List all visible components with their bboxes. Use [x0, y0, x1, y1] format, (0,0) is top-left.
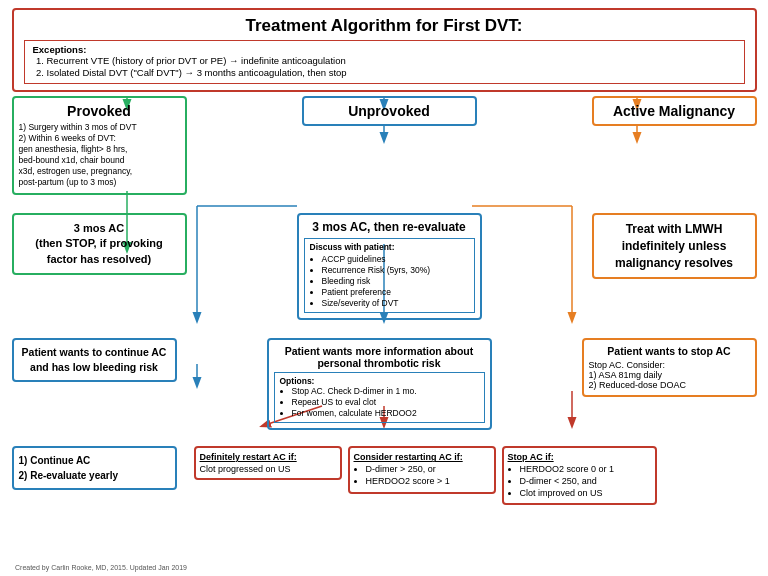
page-title: Treatment Algorithm for First DVT: [24, 16, 745, 36]
discuss-item-4: Patient preference [322, 287, 469, 298]
provoked-title: Provoked [19, 103, 180, 119]
exceptions-box: Exceptions: Recurrent VTE (history of pr… [24, 40, 745, 84]
active-malignancy-title: Active Malignancy [599, 103, 750, 119]
discuss-item-3: Bleeding risk [322, 276, 469, 287]
discuss-item-2: Recurrence Risk (5yrs, 30%) [322, 265, 469, 276]
page: Treatment Algorithm for First DVT: Excep… [0, 0, 768, 576]
option-1: Stop AC. Check D-dimer in 1 mo. [292, 386, 479, 397]
spacer-2 [12, 320, 757, 338]
more-info-box: Patient wants more information about per… [267, 338, 492, 430]
continue-ac-text: Patient wants to continue AC and has low… [22, 346, 167, 373]
discuss-item-1: ACCP guidelines [322, 254, 469, 265]
stop-ac-if-box: Stop AC if: HERDOO2 score 0 or 1 D-dimer… [502, 446, 657, 505]
unprovoked-box: Unprovoked [302, 96, 477, 126]
credit-text: Created by Carlin Rooke, MD, 2015. Updat… [15, 564, 187, 571]
row-1: Provoked 1) Surgery within 3 mos of DVT … [12, 96, 757, 195]
row-3: Patient wants to continue AC and has low… [12, 338, 757, 430]
stop-ac-title: Patient wants to stop AC [589, 345, 750, 357]
provoked-details: 1) Surgery within 3 mos of DVT 2) Within… [19, 122, 180, 188]
row-4: 1) Continue AC2) Re-evaluate yearly Defi… [12, 446, 757, 505]
stop-ac-right-box: Patient wants to stop AC Stop AC. Consid… [582, 338, 757, 397]
exceptions-label: Exceptions: [33, 44, 87, 55]
consider-restart-title: Consider restarting AC if: [354, 452, 490, 462]
consider-item-2: HERDOO2 score > 1 [366, 476, 490, 488]
reevaluate-box: 3 mos AC, then re-evaluate Discuss with … [297, 213, 482, 320]
reevaluate-title: 3 mos AC, then re-evaluate [304, 220, 475, 234]
flowchart: Provoked 1) Surgery within 3 mos of DVT … [12, 96, 757, 506]
stop-ac-if-title: Stop AC if: [508, 452, 651, 462]
spacer-3 [12, 430, 757, 446]
option-3: For women, calculate HERDOO2 [292, 408, 479, 419]
stop-ac-if-item-3: Clot improved on US [520, 488, 651, 500]
options-title: Options: [280, 376, 479, 386]
unprovoked-title: Unprovoked [309, 103, 470, 119]
stop-ac-if-item-1: HERDOO2 score 0 or 1 [520, 464, 651, 476]
exception-item-1: Recurrent VTE (history of prior DVT or P… [47, 55, 736, 67]
provoked-box: Provoked 1) Surgery within 3 mos of DVT … [12, 96, 187, 195]
row-2: 3 mos AC(then STOP, if provokingfactor h… [12, 213, 757, 320]
three-mos-ac-box: 3 mos AC(then STOP, if provokingfactor h… [12, 213, 187, 275]
option-2: Repeat US to eval clot [292, 397, 479, 408]
definitely-restart-text: Clot progressed on US [200, 464, 336, 474]
definitely-restart-box: Definitely restart AC if: Clot progresse… [194, 446, 342, 480]
discuss-box: Discuss with patient: ACCP guidelines Re… [304, 238, 475, 313]
stop-ac-content: Stop AC. Consider: 1) ASA 81mg daily 2) … [589, 360, 750, 390]
continue-ac-box: Patient wants to continue AC and has low… [12, 338, 177, 381]
more-info-title: Patient wants more information about per… [274, 345, 485, 369]
consider-restart-box: Consider restarting AC if: D-dimer > 250… [348, 446, 496, 493]
discuss-item-5: Size/severity of DVT [322, 298, 469, 309]
continue-actions-box: 1) Continue AC2) Re-evaluate yearly [12, 446, 177, 490]
spacer-1 [12, 195, 757, 213]
active-malignancy-box: Active Malignancy [592, 96, 757, 126]
lmwh-box: Treat with LMWH indefinitely unless mali… [592, 213, 757, 279]
stop-ac-if-item-2: D-dimer < 250, and [520, 476, 651, 488]
consider-item-1: D-dimer > 250, or [366, 464, 490, 476]
options-box: Options: Stop AC. Check D-dimer in 1 mo.… [274, 372, 485, 423]
title-box: Treatment Algorithm for First DVT: Excep… [12, 8, 757, 92]
definitely-restart-title: Definitely restart AC if: [200, 452, 336, 462]
continue-actions-text: 1) Continue AC2) Re-evaluate yearly [19, 455, 119, 481]
discuss-title: Discuss with patient: [310, 242, 469, 252]
exception-item-2: Isolated Distal DVT ("Calf DVT") → 3 mon… [47, 67, 736, 79]
